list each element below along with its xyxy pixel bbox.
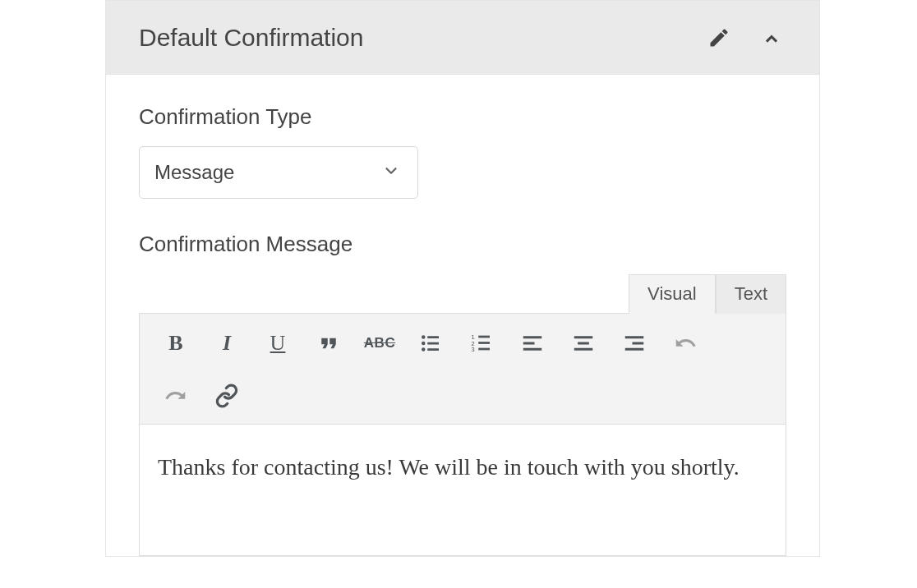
svg-rect-9: [478, 342, 490, 344]
editor-tabs: Visual Text: [139, 273, 786, 313]
edit-button[interactable]: [704, 23, 734, 53]
editor-toolbar: B I U ABC 1: [139, 313, 786, 425]
svg-rect-15: [574, 336, 593, 338]
svg-text:3: 3: [472, 346, 475, 353]
pencil-icon: [707, 26, 730, 49]
chevron-up-icon: [758, 24, 786, 52]
svg-point-0: [422, 335, 426, 339]
svg-rect-16: [578, 342, 589, 345]
editor-content[interactable]: Thanks for contacting us! We will be in …: [139, 425, 786, 556]
link-button[interactable]: [205, 378, 248, 414]
svg-rect-14: [523, 348, 542, 351]
svg-rect-5: [427, 348, 439, 351]
underline-button[interactable]: U: [256, 325, 299, 361]
svg-rect-19: [633, 342, 644, 345]
svg-point-4: [422, 347, 426, 351]
link-icon: [214, 384, 239, 408]
numbered-list-icon: 1 2 3: [469, 331, 494, 356]
redo-button[interactable]: [154, 378, 197, 414]
blockquote-button[interactable]: [307, 325, 350, 361]
bold-button[interactable]: B: [154, 325, 197, 361]
align-left-icon: [520, 331, 545, 356]
confirmation-type-value: Message: [154, 161, 234, 184]
align-left-button[interactable]: [511, 325, 554, 361]
panel-title: Default Confirmation: [139, 24, 363, 52]
bullet-list-button[interactable]: [409, 325, 452, 361]
panel-header: Default Confirmation: [106, 1, 819, 75]
align-center-icon: [571, 331, 596, 356]
redo-icon: [164, 384, 188, 408]
header-actions: [704, 23, 786, 53]
strikethrough-button[interactable]: ABC: [358, 325, 401, 361]
quote-icon: [316, 331, 341, 356]
svg-rect-18: [625, 336, 644, 338]
confirmation-type-label: Confirmation Type: [139, 104, 786, 130]
confirmation-message-label: Confirmation Message: [139, 232, 786, 257]
confirmation-type-select[interactable]: Message: [139, 146, 418, 199]
collapse-button[interactable]: [757, 23, 786, 53]
svg-rect-17: [574, 348, 593, 351]
svg-rect-12: [523, 336, 542, 338]
bullet-list-icon: [418, 331, 443, 356]
svg-rect-20: [625, 348, 644, 351]
align-right-button[interactable]: [613, 325, 656, 361]
svg-rect-11: [478, 348, 490, 351]
panel-body: Confirmation Type Message Confirmation M…: [106, 75, 819, 556]
svg-rect-13: [523, 342, 535, 345]
svg-rect-3: [427, 342, 439, 345]
tab-text[interactable]: Text: [716, 274, 786, 314]
numbered-list-button[interactable]: 1 2 3: [460, 325, 503, 361]
undo-icon: [673, 331, 698, 356]
align-right-icon: [622, 331, 647, 356]
svg-rect-1: [427, 336, 439, 338]
confirmation-type-select-wrap: Message: [139, 146, 418, 199]
svg-point-2: [422, 342, 426, 346]
tab-visual[interactable]: Visual: [629, 274, 716, 314]
confirmation-panel: Default Confirmation Confirmation Type M…: [105, 0, 820, 557]
align-center-button[interactable]: [562, 325, 605, 361]
svg-rect-7: [478, 336, 490, 338]
italic-button[interactable]: I: [205, 325, 248, 361]
undo-button[interactable]: [664, 325, 707, 361]
editor: Visual Text B I U ABC: [139, 273, 786, 556]
